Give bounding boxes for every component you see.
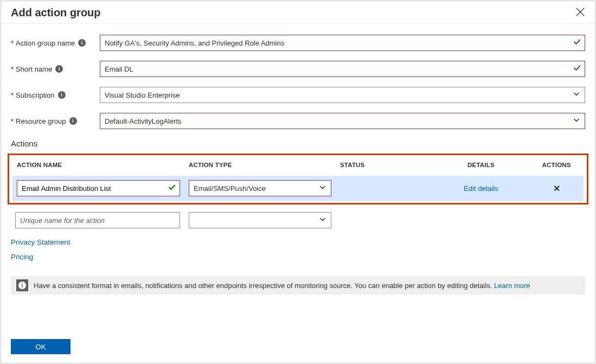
actions-table-new-row <box>11 208 585 233</box>
label-resource-group: Resource group <box>16 117 66 125</box>
dialog-footer: OK <box>11 339 71 354</box>
check-icon <box>573 39 581 48</box>
pricing-link[interactable]: Pricing <box>11 253 585 261</box>
row-action-group-name: * Action group name i <box>11 35 585 51</box>
actions-table: ACTION NAME ACTION TYPE STATUS DETAILS A… <box>12 156 584 201</box>
privacy-statement-link[interactable]: Privacy Statement <box>11 238 585 246</box>
actions-header-row: ACTION NAME ACTION TYPE STATUS DETAILS A… <box>12 156 584 176</box>
col-header-details: DETAILS <box>433 156 530 176</box>
new-action-name-input[interactable] <box>15 212 180 228</box>
subscription-select[interactable]: Visual Studio Enterprise <box>100 87 585 103</box>
col-header-name: ACTION NAME <box>12 156 184 176</box>
info-text: Have a consistent format in emails, noti… <box>34 282 530 290</box>
close-icon[interactable] <box>575 7 585 18</box>
label-short-name: Short name <box>16 65 52 73</box>
ok-button[interactable]: OK <box>11 339 71 354</box>
actions-section-title: Actions <box>11 139 585 148</box>
required-marker: * <box>11 65 14 73</box>
action-row: Email/SMS/Push/Voice Edit details <box>12 176 584 201</box>
actions-highlight-box: ACTION NAME ACTION TYPE STATUS DETAILS A… <box>8 154 588 205</box>
remove-action-icon[interactable]: ✕ <box>553 184 560 193</box>
short-name-input[interactable] <box>100 61 585 77</box>
action-name-input[interactable] <box>17 180 180 196</box>
action-row-new <box>11 208 585 233</box>
row-resource-group: * Resource group i Default-ActivityLogAl… <box>11 113 585 129</box>
info-icon[interactable]: i <box>55 65 63 73</box>
action-group-name-input[interactable] <box>100 35 585 51</box>
label-subscription: Subscription <box>16 91 55 99</box>
edit-details-link[interactable]: Edit details <box>464 184 498 193</box>
subscription-value: Visual Studio Enterprise <box>105 91 180 99</box>
col-header-actions: ACTIONS <box>529 156 584 176</box>
info-icon: i <box>16 279 28 291</box>
learn-more-link[interactable]: Learn more <box>494 282 530 290</box>
dialog-header: Add action group <box>1 1 595 24</box>
info-icon[interactable]: i <box>69 117 77 125</box>
resource-group-select[interactable]: Default-ActivityLogAlerts <box>100 113 585 129</box>
row-short-name: * Short name i <box>11 61 585 77</box>
col-header-status: STATUS <box>336 156 433 176</box>
row-subscription: * Subscription i Visual Studio Enterpris… <box>11 87 585 103</box>
action-type-select[interactable]: Email/SMS/Push/Voice <box>189 180 331 196</box>
label-action-group-name: Action group name <box>16 39 75 47</box>
info-banner: i Have a consistent format in emails, no… <box>11 276 585 295</box>
check-icon <box>168 184 176 193</box>
action-type-value: Email/SMS/Push/Voice <box>194 184 266 193</box>
info-icon[interactable]: i <box>58 91 66 99</box>
new-action-type-select[interactable] <box>189 212 332 228</box>
links-block: Privacy Statement Pricing <box>11 238 585 261</box>
add-action-group-dialog: Add action group * Action group name i *… <box>1 1 595 363</box>
form: * Action group name i * Short name i <box>1 24 595 295</box>
col-header-type: ACTION TYPE <box>184 156 336 176</box>
required-marker: * <box>11 91 14 99</box>
required-marker: * <box>11 39 14 47</box>
resource-group-value: Default-ActivityLogAlerts <box>105 117 182 125</box>
info-icon[interactable]: i <box>78 39 86 47</box>
dialog-title: Add action group <box>11 7 575 19</box>
required-marker: * <box>11 117 14 125</box>
check-icon <box>573 65 581 74</box>
action-status <box>336 176 433 201</box>
